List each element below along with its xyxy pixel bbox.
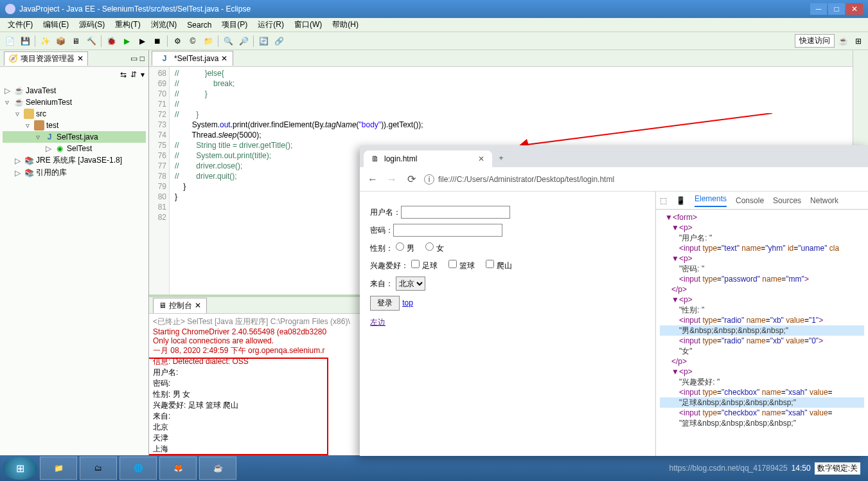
tab-close-icon[interactable]: ✕ [478, 154, 484, 163]
devtools-tab-network[interactable]: Network [810, 196, 838, 205]
java-file-icon: J [159, 53, 170, 64]
taskbar: ⊞ 📁 🗂 🌐 🦊 ☕ https://blog.csdn.net/qq_417… [0, 455, 868, 481]
tree-jre[interactable]: ▷📚JRE 系统库 [JavaSE-1.8] [3, 154, 146, 167]
start-button[interactable]: ⊞ [3, 457, 37, 480]
menu-source[interactable]: 源码(S) [74, 18, 110, 32]
top-link[interactable]: top [402, 298, 413, 307]
project-explorer-tab[interactable]: 🧭 项目资源管理器 ✕ [4, 51, 88, 66]
maximize-view-icon[interactable]: □ [140, 54, 145, 63]
external-icon[interactable]: ⚙ [170, 34, 184, 48]
svg-line-0 [522, 113, 772, 145]
device-icon[interactable]: 📱 [676, 196, 686, 205]
console-icon: 🖥 [159, 301, 166, 310]
save-icon[interactable]: 💾 [18, 34, 32, 48]
new-icon[interactable]: 📄 [3, 34, 17, 48]
inspect-icon[interactable]: ⬚ [660, 196, 667, 205]
menu-search[interactable]: Search [182, 19, 217, 31]
tab-close-icon[interactable]: ✕ [77, 54, 84, 63]
checkbox-climbing[interactable] [486, 260, 494, 268]
quick-access[interactable]: 快速访问 [795, 34, 835, 48]
menu-help[interactable]: 帮助(H) [327, 18, 364, 32]
menubar: 文件(F) 编辑(E) 源码(S) 重构(T) 浏览(N) Search 项目(… [0, 18, 868, 32]
wizard-icon[interactable]: ✨ [38, 34, 52, 48]
debug-icon[interactable]: 🐞 [104, 34, 118, 48]
browser-tab[interactable]: 🗎 login.html ✕ [364, 150, 492, 167]
console-tab[interactable]: 🖥 控制台 ✕ [153, 298, 207, 313]
taskbar-eclipse[interactable]: ☕ [199, 457, 236, 480]
minimize-view-icon[interactable]: ▭ [130, 54, 137, 63]
package-icon[interactable]: 📦 [53, 34, 67, 48]
back-button[interactable]: ← [366, 173, 379, 186]
tray-time[interactable]: 14:50 [792, 464, 811, 473]
tree-project-seleniumtest[interactable]: ▿☕SeleniumTest [3, 96, 146, 108]
build-icon[interactable]: 🔨 [84, 34, 98, 48]
menu-window[interactable]: 窗口(W) [289, 18, 327, 32]
server-icon[interactable]: 🖥 [69, 34, 83, 48]
run-icon[interactable]: ▶ [120, 34, 134, 48]
menu-refactor[interactable]: 重构(T) [110, 18, 145, 32]
radio-male[interactable] [396, 242, 404, 251]
stop-icon[interactable]: ⏹ [150, 34, 164, 48]
editor-tab-seltest[interactable]: J *SelTest.java ✕ [152, 51, 233, 66]
password-input[interactable] [393, 224, 502, 237]
status-numlock: 数字锁定:关 [815, 462, 860, 475]
perspective-icon[interactable]: ⊞ [851, 34, 865, 48]
maximize-button[interactable]: □ [828, 3, 845, 15]
tab-close-icon[interactable]: ✕ [195, 301, 201, 310]
taskbar-explorer[interactable]: 📁 [40, 457, 77, 480]
menu-navigate[interactable]: 浏览(N) [146, 18, 182, 32]
devtools-tab-console[interactable]: Console [736, 196, 764, 205]
menu-project[interactable]: 项目(P) [217, 18, 252, 32]
checkbox-football[interactable] [411, 260, 420, 268]
taskbar-firefox[interactable]: 🦊 [159, 457, 197, 480]
tree-pkg-test[interactable]: ▿test [3, 120, 146, 131]
tree-file-seltest[interactable]: ▿JSelTest.java [3, 131, 146, 143]
menu-edit[interactable]: 编辑(E) [38, 18, 74, 32]
tree-referenced[interactable]: ▷📚引用的库 [3, 167, 146, 179]
collapse-all-icon[interactable]: ⇆ [120, 70, 127, 79]
java-file-icon: J [44, 132, 55, 142]
menu-run[interactable]: 运行(R) [252, 18, 289, 32]
devtools-tab-elements[interactable]: Elements [695, 194, 727, 207]
project-explorer: 🧭 项目资源管理器 ✕ ▭ □ ⇆ ⇵ ▾ ▷☕JavaTest ▿☕Selen… [0, 50, 149, 455]
chrome-window: 🗎 login.html ✕ + ← → ⟳ ifile:///C:/Users… [360, 145, 868, 456]
forward-button[interactable]: → [385, 173, 398, 186]
page-content: 用户名： 密码： 性别： 男 女 兴趣爱好： 足球 篮球 爬山 来自： 北京 登… [360, 192, 655, 456]
devtools-tab-sources[interactable]: Sources [773, 196, 801, 205]
close-button[interactable]: ✕ [846, 3, 863, 15]
open-type-icon[interactable]: 🔍 [221, 34, 235, 48]
perspective-javaee-icon[interactable]: ☕ [836, 34, 850, 48]
checkbox-basketball[interactable] [448, 260, 457, 268]
new-class-icon[interactable]: © [186, 34, 200, 48]
username-input[interactable] [401, 206, 510, 219]
line-gutter: 686970717273747576777879808182 [149, 67, 170, 295]
left-link[interactable]: 左边 [370, 318, 385, 327]
link-icon[interactable]: 🔗 [272, 34, 286, 48]
search-icon[interactable]: 🔎 [236, 34, 251, 48]
taskbar-files[interactable]: 🗂 [80, 457, 117, 480]
project-tree: ▷☕JavaTest ▿☕SeleniumTest ▿src ▿test ▿JS… [0, 82, 148, 455]
reload-button[interactable]: ⟳ [405, 173, 418, 186]
sync-icon[interactable]: 🔄 [256, 34, 270, 48]
login-button[interactable]: 登录 [370, 296, 400, 311]
minimize-button[interactable]: ─ [810, 3, 827, 15]
menu-file[interactable]: 文件(F) [3, 18, 38, 32]
project-icon: ☕ [13, 97, 24, 107]
taskbar-chrome[interactable]: 🌐 [120, 457, 157, 480]
info-icon[interactable]: i [424, 174, 434, 185]
tree-project-javatest[interactable]: ▷☕JavaTest [3, 85, 146, 96]
tree-class-seltest[interactable]: ▷◉SelTest [3, 143, 146, 154]
eclipse-icon [5, 4, 15, 14]
radio-female[interactable] [425, 242, 434, 251]
library-icon: 📚 [24, 156, 34, 166]
address-bar[interactable]: ifile:///C:/Users/Administrator/Desktop/… [424, 174, 862, 185]
elements-panel[interactable]: ▼<form> ▼<p> "用户名: " <input type="text" … [656, 210, 868, 456]
new-pkg-icon[interactable]: 📁 [201, 34, 215, 48]
tree-src[interactable]: ▿src [3, 108, 146, 120]
tab-close-icon[interactable]: ✕ [221, 54, 227, 63]
new-tab-button[interactable]: + [492, 149, 510, 167]
from-select[interactable]: 北京 [396, 277, 425, 291]
coverage-icon[interactable]: ▶ [135, 34, 149, 48]
view-menu-icon[interactable]: ▾ [141, 70, 145, 79]
link-editor-icon[interactable]: ⇵ [130, 70, 137, 79]
